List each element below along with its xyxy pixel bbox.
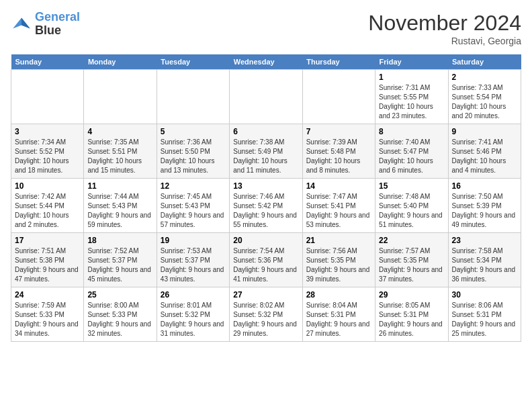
day-number: 4 (87, 127, 152, 136)
calendar-cell: 2Sunrise: 7:33 AMSunset: 5:54 PMDaylight… (448, 70, 521, 124)
day-number: 18 (87, 236, 152, 245)
day-number: 10 (15, 181, 80, 191)
calendar-cell: 28Sunrise: 8:04 AMSunset: 5:31 PMDayligh… (302, 287, 375, 342)
day-info: Sunrise: 7:44 AMSunset: 5:43 PMDaylight:… (87, 192, 152, 230)
calendar-cell: 8Sunrise: 7:40 AMSunset: 5:47 PMDaylight… (375, 124, 448, 179)
calendar-cell: 26Sunrise: 8:01 AMSunset: 5:32 PMDayligh… (157, 287, 229, 342)
day-number: 11 (87, 181, 152, 191)
calendar-cell: 7Sunrise: 7:39 AMSunset: 5:48 PMDaylight… (302, 124, 375, 179)
day-number: 24 (15, 290, 80, 300)
logo-icon (11, 13, 32, 35)
day-info: Sunrise: 7:45 AMSunset: 5:43 PMDaylight:… (161, 192, 226, 230)
weekday-header: Friday (375, 54, 448, 70)
calendar-cell: 20Sunrise: 7:54 AMSunset: 5:36 PMDayligh… (230, 233, 302, 287)
calendar-cell: 17Sunrise: 7:51 AMSunset: 5:38 PMDayligh… (11, 233, 84, 287)
calendar-week-row: 24Sunrise: 7:59 AMSunset: 5:33 PMDayligh… (11, 287, 521, 342)
weekday-header: Tuesday (157, 54, 229, 70)
day-info: Sunrise: 8:05 AMSunset: 5:31 PMDaylight:… (379, 301, 444, 338)
day-info: Sunrise: 7:31 AMSunset: 5:55 PMDaylight:… (379, 83, 444, 121)
calendar-cell (302, 70, 375, 124)
weekday-header: Wednesday (230, 54, 302, 70)
calendar-cell: 3Sunrise: 7:34 AMSunset: 5:52 PMDaylight… (11, 124, 84, 179)
calendar-week-row: 3Sunrise: 7:34 AMSunset: 5:52 PMDaylight… (11, 124, 521, 179)
calendar-cell: 12Sunrise: 7:45 AMSunset: 5:43 PMDayligh… (157, 179, 229, 233)
day-info: Sunrise: 8:04 AMSunset: 5:31 PMDaylight:… (306, 301, 371, 338)
calendar-cell: 15Sunrise: 7:48 AMSunset: 5:40 PMDayligh… (375, 179, 448, 233)
day-number: 25 (87, 290, 152, 300)
svg-marker-1 (21, 17, 30, 28)
calendar-cell: 4Sunrise: 7:35 AMSunset: 5:51 PMDaylight… (84, 124, 157, 179)
day-number: 15 (379, 181, 444, 191)
weekday-header: Sunday (11, 54, 84, 70)
calendar-cell: 13Sunrise: 7:46 AMSunset: 5:42 PMDayligh… (230, 179, 302, 233)
day-number: 5 (161, 127, 226, 136)
day-info: Sunrise: 7:39 AMSunset: 5:48 PMDaylight:… (306, 138, 371, 175)
calendar-cell: 23Sunrise: 7:58 AMSunset: 5:34 PMDayligh… (448, 233, 521, 287)
day-number: 19 (161, 236, 226, 245)
day-number: 17 (15, 236, 80, 245)
calendar-cell: 29Sunrise: 8:05 AMSunset: 5:31 PMDayligh… (375, 287, 448, 342)
day-number: 21 (306, 236, 371, 245)
day-info: Sunrise: 7:41 AMSunset: 5:46 PMDaylight:… (452, 138, 517, 175)
day-info: Sunrise: 7:38 AMSunset: 5:49 PMDaylight:… (233, 138, 298, 175)
calendar-cell (84, 70, 157, 124)
day-info: Sunrise: 7:59 AMSunset: 5:33 PMDaylight:… (15, 301, 80, 338)
day-number: 7 (306, 127, 371, 136)
day-info: Sunrise: 7:57 AMSunset: 5:35 PMDaylight:… (379, 246, 444, 284)
calendar-cell: 25Sunrise: 8:00 AMSunset: 5:33 PMDayligh… (84, 287, 157, 342)
day-info: Sunrise: 7:34 AMSunset: 5:52 PMDaylight:… (15, 138, 80, 175)
day-info: Sunrise: 8:01 AMSunset: 5:32 PMDaylight:… (161, 301, 226, 338)
day-number: 9 (452, 127, 517, 136)
day-info: Sunrise: 7:51 AMSunset: 5:38 PMDaylight:… (15, 246, 80, 284)
day-number: 27 (233, 290, 298, 300)
calendar-cell: 9Sunrise: 7:41 AMSunset: 5:46 PMDaylight… (448, 124, 521, 179)
title-block: November 2024 Rustavi, Georgia (368, 11, 521, 46)
calendar-week-row: 1Sunrise: 7:31 AMSunset: 5:55 PMDaylight… (11, 70, 521, 124)
day-info: Sunrise: 7:33 AMSunset: 5:54 PMDaylight:… (452, 83, 517, 121)
day-number: 12 (161, 181, 226, 191)
day-number: 3 (15, 127, 80, 136)
day-number: 20 (233, 236, 298, 245)
calendar-cell (157, 70, 229, 124)
day-info: Sunrise: 7:46 AMSunset: 5:42 PMDaylight:… (233, 192, 298, 230)
day-info: Sunrise: 7:48 AMSunset: 5:40 PMDaylight:… (379, 192, 444, 230)
day-number: 16 (452, 181, 517, 191)
day-number: 2 (452, 73, 517, 82)
day-info: Sunrise: 7:53 AMSunset: 5:37 PMDaylight:… (161, 246, 226, 284)
day-info: Sunrise: 7:58 AMSunset: 5:34 PMDaylight:… (452, 246, 517, 284)
calendar-cell (230, 70, 302, 124)
day-info: Sunrise: 7:47 AMSunset: 5:41 PMDaylight:… (306, 192, 371, 230)
calendar-cell: 18Sunrise: 7:52 AMSunset: 5:37 PMDayligh… (84, 233, 157, 287)
day-info: Sunrise: 8:06 AMSunset: 5:31 PMDaylight:… (452, 301, 517, 338)
day-info: Sunrise: 7:56 AMSunset: 5:35 PMDaylight:… (306, 246, 371, 284)
day-info: Sunrise: 7:35 AMSunset: 5:51 PMDaylight:… (87, 138, 152, 175)
calendar-cell: 19Sunrise: 7:53 AMSunset: 5:37 PMDayligh… (157, 233, 229, 287)
day-info: Sunrise: 7:40 AMSunset: 5:47 PMDaylight:… (379, 138, 444, 175)
calendar-cell (11, 70, 84, 124)
day-number: 29 (379, 290, 444, 300)
calendar-cell: 6Sunrise: 7:38 AMSunset: 5:49 PMDaylight… (230, 124, 302, 179)
weekday-header: Saturday (448, 54, 521, 70)
day-number: 26 (161, 290, 226, 300)
day-number: 8 (379, 127, 444, 136)
calendar-cell: 14Sunrise: 7:47 AMSunset: 5:41 PMDayligh… (302, 179, 375, 233)
calendar-table: SundayMondayTuesdayWednesdayThursdayFrid… (11, 54, 521, 342)
month-title: November 2024 (368, 11, 521, 36)
calendar-cell: 24Sunrise: 7:59 AMSunset: 5:33 PMDayligh… (11, 287, 84, 342)
page-header: GeneralBlue November 2024 Rustavi, Georg… (11, 11, 521, 46)
logo: GeneralBlue (11, 11, 80, 38)
day-info: Sunrise: 7:36 AMSunset: 5:50 PMDaylight:… (161, 138, 226, 175)
calendar-cell: 21Sunrise: 7:56 AMSunset: 5:35 PMDayligh… (302, 233, 375, 287)
weekday-header: Monday (84, 54, 157, 70)
calendar-cell: 22Sunrise: 7:57 AMSunset: 5:35 PMDayligh… (375, 233, 448, 287)
calendar-cell: 30Sunrise: 8:06 AMSunset: 5:31 PMDayligh… (448, 287, 521, 342)
day-info: Sunrise: 7:50 AMSunset: 5:39 PMDaylight:… (452, 192, 517, 230)
day-number: 14 (306, 181, 371, 191)
weekday-header: Thursday (302, 54, 375, 70)
day-info: Sunrise: 8:02 AMSunset: 5:32 PMDaylight:… (233, 301, 298, 338)
day-info: Sunrise: 7:54 AMSunset: 5:36 PMDaylight:… (233, 246, 298, 284)
calendar-cell: 1Sunrise: 7:31 AMSunset: 5:55 PMDaylight… (375, 70, 448, 124)
calendar-cell: 11Sunrise: 7:44 AMSunset: 5:43 PMDayligh… (84, 179, 157, 233)
calendar-cell: 27Sunrise: 8:02 AMSunset: 5:32 PMDayligh… (230, 287, 302, 342)
calendar-cell: 16Sunrise: 7:50 AMSunset: 5:39 PMDayligh… (448, 179, 521, 233)
